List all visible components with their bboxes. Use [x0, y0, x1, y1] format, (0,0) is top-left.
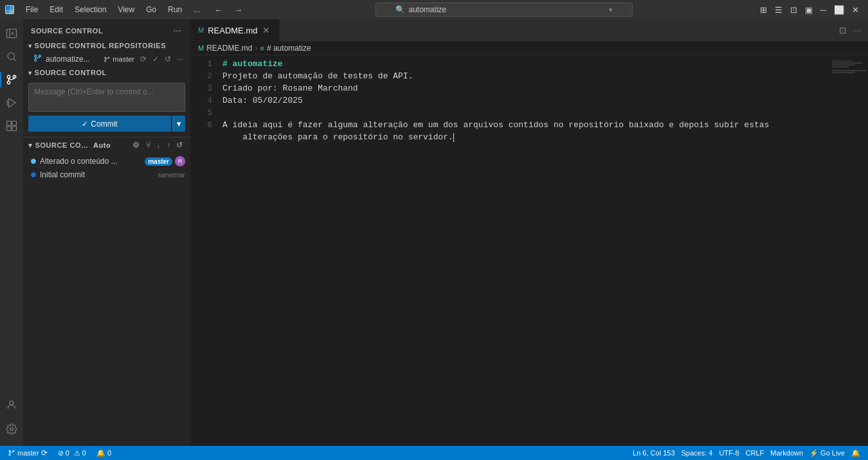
commit-entry-2[interactable]: Initial commit sanemar	[23, 168, 190, 181]
graph-settings-icon[interactable]: ⚙	[131, 140, 142, 150]
graph-refresh-icon[interactable]: ↺	[174, 140, 185, 150]
graph-branch-label: Auto	[93, 141, 111, 149]
split-editor-icon[interactable]: ⊡	[837, 23, 849, 37]
line-num-6: 6	[203, 119, 212, 131]
activity-account[interactable]	[0, 393, 23, 416]
status-spaces[interactable]: Spaces: 4	[679, 446, 716, 460]
repo-check-icon[interactable]: ✓	[150, 54, 161, 64]
menu-go[interactable]: Go	[141, 4, 161, 15]
status-errors[interactable]: ⊘ 0 ⚠ 0	[55, 446, 89, 460]
svg-point-18	[105, 60, 106, 62]
repo-name: automatize...	[46, 55, 100, 64]
graph-push-icon[interactable]: ↑	[165, 140, 173, 150]
svg-point-12	[10, 428, 14, 431]
activity-source-control[interactable]	[0, 68, 23, 91]
minimap-line-5	[832, 68, 835, 69]
repo-sync-icon[interactable]: ⟳	[138, 54, 149, 64]
svg-point-19	[9, 450, 10, 452]
layout-icon-3[interactable]: ⊡	[786, 3, 801, 17]
sidebar-header-icons: ···	[172, 24, 183, 37]
svg-rect-8	[12, 121, 17, 126]
go-live-label: Go Live	[820, 449, 845, 457]
repo-refresh-icon[interactable]: ↺	[163, 54, 173, 64]
commit-dropdown-button[interactable]: ▾	[172, 116, 185, 132]
activity-settings[interactable]	[0, 418, 23, 441]
close-button[interactable]: ✕	[848, 3, 863, 17]
menu-edit[interactable]: Edit	[44, 4, 68, 15]
maximize-button[interactable]: ⬜	[830, 3, 848, 17]
svg-point-4	[7, 81, 10, 84]
status-notif-label: 0	[107, 449, 111, 457]
layout-icon-4[interactable]: ▣	[801, 3, 817, 17]
svg-rect-7	[7, 121, 12, 126]
minimize-button[interactable]: ─	[817, 3, 830, 17]
nav-forward-button[interactable]: →	[230, 3, 246, 17]
source-control-chevron: ▾	[28, 69, 32, 76]
search-bar[interactable]: 🔍 automatize ▾	[375, 3, 633, 17]
graph-header[interactable]: ▾ SOURCE CO... Auto ⚙ ⑂ ↓ ↑ ↺	[23, 137, 190, 153]
status-sync-icon: ⟳	[41, 448, 48, 457]
activity-run[interactable]	[0, 91, 23, 114]
status-line-ending[interactable]: CRLF	[743, 446, 767, 460]
commit-button[interactable]: ✓ Commit	[28, 116, 171, 132]
menu-more[interactable]: ...	[188, 4, 205, 15]
more-actions-icon[interactable]: ···	[851, 23, 863, 37]
repo-more-icon[interactable]: ···	[175, 54, 185, 64]
source-control-label: SOURCE CONTROL	[35, 69, 107, 76]
menu-view[interactable]: View	[113, 4, 140, 15]
commit-message-input[interactable]	[29, 84, 185, 109]
activity-extensions[interactable]	[0, 114, 23, 137]
tab-readme[interactable]: M README.md ✕	[190, 19, 280, 42]
menu-run[interactable]: Run	[163, 4, 187, 15]
status-encoding[interactable]: UTF-8	[716, 446, 741, 460]
status-bell[interactable]: 🔔	[849, 446, 863, 460]
go-live-icon: ⚡	[809, 449, 818, 457]
breadcrumb-section-icon: ≡	[260, 44, 264, 52]
menu-file[interactable]: File	[21, 4, 43, 15]
svg-rect-9	[7, 127, 12, 131]
code-editor[interactable]: 1 2 3 4 5 6 # automatize Projeto de auto…	[190, 55, 829, 446]
code-text-6: A ideia aqui é fazer alguma alteração em…	[222, 120, 769, 130]
nav-back-button[interactable]: ←	[210, 3, 226, 17]
search-icon: 🔍	[395, 5, 405, 14]
commit-entry-1[interactable]: Alterado o conteúdo ... master R	[23, 154, 190, 168]
status-branch-label: master	[17, 449, 39, 457]
status-go-live[interactable]: ⚡ Go Live	[807, 446, 847, 460]
search-bar-container: 🔍 automatize ▾	[251, 3, 756, 17]
code-line-4: Data: 05/02/2025	[222, 94, 817, 107]
menu-selection[interactable]: Selection	[69, 4, 111, 15]
status-language[interactable]: Markdown	[768, 446, 806, 460]
sidebar-title: SOURCE CONTROL	[31, 27, 103, 35]
graph-title: SOURCE CO...	[35, 141, 88, 149]
status-line-col[interactable]: Ln 6, Col 153	[630, 446, 677, 460]
svg-point-13	[35, 55, 37, 57]
layout-icon-1[interactable]: ⊞	[756, 3, 771, 17]
source-control-section-title[interactable]: ▾ SOURCE CONTROL	[23, 66, 190, 79]
svg-point-2	[7, 75, 10, 78]
graph-fetch-icon[interactable]: ↓	[154, 140, 163, 150]
activity-explorer[interactable]	[0, 22, 23, 45]
tab-close-button[interactable]: ✕	[261, 25, 271, 35]
bell-icon: 🔔	[851, 449, 860, 457]
code-line-5	[222, 107, 817, 119]
titlebar: File Edit Selection View Go Run ... ← → …	[0, 0, 868, 19]
repo-item: automatize... master ⟳ ✓ ↺ ···	[23, 52, 190, 66]
activity-search[interactable]	[0, 45, 23, 68]
graph-branch-icon[interactable]: ⑂	[144, 140, 153, 150]
status-notifications[interactable]: 🔔 0	[94, 446, 114, 460]
status-right: Ln 6, Col 153 Spaces: 4 UTF-8 CRLF Markd…	[630, 446, 863, 460]
commit-message-area[interactable]	[28, 83, 185, 112]
breadcrumb-section[interactable]: # automatize	[267, 44, 311, 53]
app-icon	[5, 5, 14, 14]
layout-icon-2[interactable]: ☰	[771, 3, 786, 17]
breadcrumb-file[interactable]: README.md	[206, 44, 252, 53]
code-line-2: Projeto de automação de testes de API.	[222, 70, 817, 82]
status-branch[interactable]: master ⟳	[5, 446, 50, 460]
repositories-section-title[interactable]: ▾ SOURCE CONTROL REPOSITORIES	[23, 39, 190, 52]
error-icon: ⊘	[58, 449, 64, 457]
line-col-label: Ln 6, Col 153	[633, 449, 674, 457]
sidebar-more-icon[interactable]: ···	[172, 24, 183, 37]
line-num-2: 2	[203, 70, 212, 82]
search-context-icon: ▾	[609, 6, 613, 14]
main-layout: SOURCE CONTROL ··· ▾ SOURCE CONTROL REPO…	[0, 19, 868, 446]
